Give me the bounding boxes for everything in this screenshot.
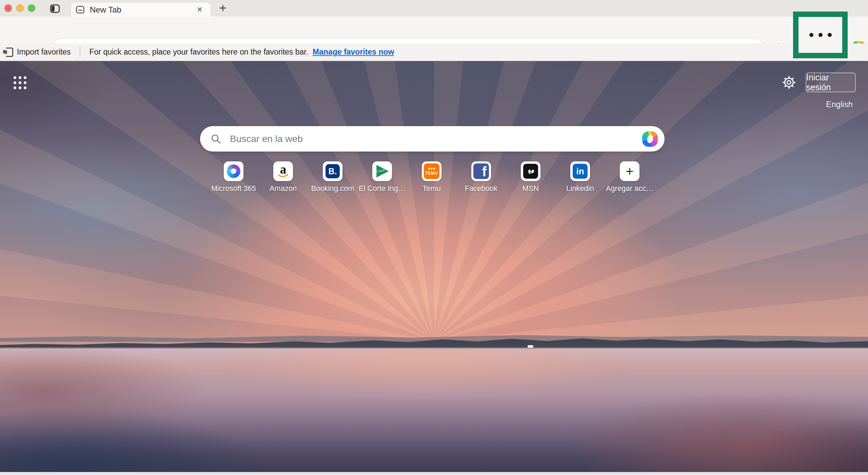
tile-square[interactable]: [224, 161, 243, 181]
facebook-icon: f: [473, 163, 489, 179]
tile-label: Booking.com: [311, 184, 354, 193]
browser-window: New Tab × +: [0, 0, 868, 475]
linkedin-icon: in: [573, 164, 588, 179]
gear-icon: [782, 75, 796, 90]
tile-label: Facebook: [465, 184, 498, 193]
tile-label: Linkedin: [566, 184, 594, 193]
copilot-icon: [642, 131, 658, 147]
tab-title: New Tab: [90, 5, 121, 15]
wallpaper-cloud-rays: [0, 61, 868, 366]
new-tab-favicon-icon: [76, 5, 85, 14]
import-favorites-label[interactable]: Import favorites: [17, 47, 71, 57]
search-icon: [210, 133, 222, 145]
tile-square[interactable]: [521, 161, 540, 181]
tile-temu[interactable]: TEMUTemu: [407, 161, 456, 193]
tile-label: Amazon: [270, 184, 297, 193]
bottom-edge-strip: [0, 472, 868, 475]
web-search-input[interactable]: [230, 134, 642, 144]
tile-square[interactable]: +: [620, 161, 639, 181]
tab-overview-button[interactable]: [50, 3, 60, 14]
tile-linkedin[interactable]: inLinkedin: [555, 161, 605, 193]
tile-amazon[interactable]: aAmazon: [258, 161, 308, 193]
traffic-light-minimize-icon[interactable]: [16, 4, 24, 12]
more-ellipsis-icon: [809, 33, 832, 37]
tab-new-tab[interactable]: New Tab ×: [71, 3, 210, 17]
tile-msn[interactable]: MSN: [506, 161, 555, 193]
language-selector[interactable]: English: [826, 100, 853, 109]
tile-label: El Corte Ing…: [359, 184, 406, 193]
microsoft-365-icon: [227, 164, 240, 178]
tile-square[interactable]: El Corte Inglés: [372, 161, 392, 181]
tile-square[interactable]: f: [471, 161, 491, 181]
web-search-box[interactable]: [200, 126, 665, 152]
new-tab-page: Iniciar sesión English Microsoft 365aAma…: [0, 61, 868, 472]
temu-icon: TEMU: [424, 163, 439, 179]
favorites-bar-message: For quick access, place your favorites h…: [90, 47, 309, 57]
tile-square[interactable]: TEMU: [422, 161, 441, 181]
tile-m365[interactable]: Microsoft 365: [209, 161, 258, 193]
side-panel-icon: [50, 4, 60, 13]
sign-in-button[interactable]: Iniciar sesión: [806, 73, 856, 92]
app-launcher-button[interactable]: [14, 76, 26, 89]
msn-icon: [523, 164, 538, 179]
highlighted-settings-more-button[interactable]: [793, 12, 848, 58]
wallpaper-water: [0, 349, 868, 472]
import-favorites-icon[interactable]: [2, 46, 14, 58]
wallpaper-distant-building: [528, 345, 533, 348]
navigation-toolbar: [0, 17, 868, 43]
tile-label: Agregar acc…: [606, 184, 654, 193]
tile-label: MSN: [522, 184, 539, 193]
tile-booking[interactable]: B.Booking.com: [308, 161, 357, 193]
manage-favorites-link[interactable]: Manage favorites now: [313, 47, 394, 57]
el-corte-ingles-icon: El Corte Inglés: [375, 164, 389, 178]
tab-bar: New Tab × +: [0, 0, 868, 17]
traffic-light-close-icon[interactable]: [4, 4, 12, 12]
tab-close-icon[interactable]: ×: [195, 4, 205, 15]
tile-facebook[interactable]: fFacebook: [456, 161, 506, 193]
page-settings-button[interactable]: [782, 75, 796, 90]
tile-square[interactable]: in: [570, 161, 590, 181]
favorites-bar: Import favorites For quick access, place…: [0, 43, 868, 61]
tile-square[interactable]: a: [273, 161, 293, 181]
amazon-icon: a: [278, 164, 289, 178]
tile-add[interactable]: +Agregar acc…: [605, 161, 654, 193]
copilot-search-button[interactable]: [642, 131, 658, 147]
tile-label: Temu: [422, 184, 441, 193]
traffic-light-zoom-icon[interactable]: [28, 4, 35, 12]
tile-square[interactable]: B.: [323, 161, 342, 181]
booking-icon: B.: [326, 164, 340, 178]
plus-icon: +: [626, 164, 633, 178]
tile-label: Microsoft 365: [211, 184, 256, 193]
quick-links-row: Microsoft 365aAmazonB.Booking.comEl Cort…: [209, 161, 654, 193]
favorites-bar-divider: [80, 47, 80, 58]
new-tab-button[interactable]: +: [216, 2, 229, 15]
tile-eci[interactable]: El Corte InglésEl Corte Ing…: [357, 161, 407, 193]
